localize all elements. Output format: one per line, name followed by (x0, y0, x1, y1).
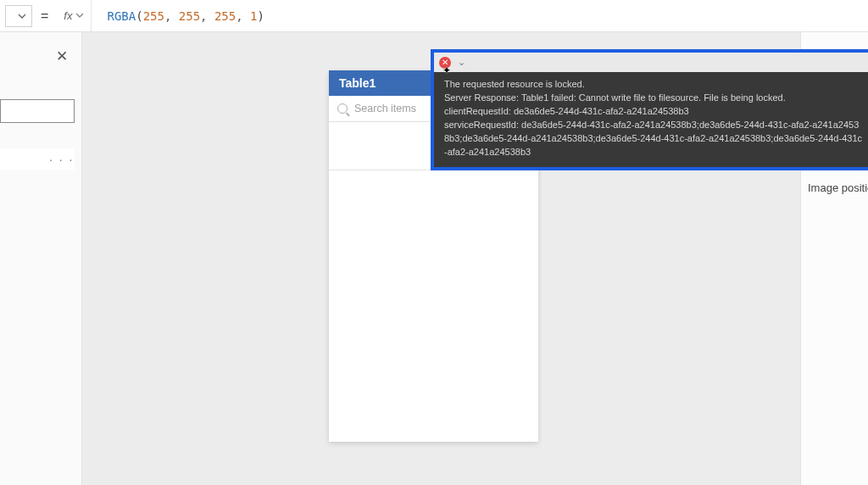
chevron-down-icon (18, 12, 26, 20)
error-tooltip: ✕ ✦ ⌄ The requested resource is locked. … (431, 49, 868, 170)
error-line: serviceRequestId: de3a6de5-244d-431c-afa… (444, 120, 862, 157)
fx-label: fx (64, 9, 72, 22)
error-tooltip-header[interactable]: ✕ ✦ ⌄ (434, 53, 868, 72)
chevron-down-icon (75, 9, 84, 22)
error-line: clientRequestId: de3a6de5-244d-431c-afa2… (444, 106, 689, 116)
preview-title: Table1 (339, 76, 376, 90)
error-tooltip-body: The requested resource is locked. Server… (434, 72, 868, 167)
workspace: ✕ · · · Table1 Search items 〉 ✕ ✦ ⌄ (0, 32, 868, 485)
more-icon[interactable]: · · · (49, 153, 74, 166)
error-line: The requested resource is locked. (444, 79, 585, 89)
close-icon[interactable]: ✕ (56, 47, 68, 65)
property-image-position[interactable]: Image position (808, 181, 868, 194)
error-icon: ✕ ✦ (439, 57, 451, 69)
property-selector[interactable] (5, 5, 32, 27)
error-line: Server Response: Table1 failed: Cannot w… (444, 92, 786, 103)
search-placeholder: Search items (354, 103, 416, 114)
formula-input[interactable]: RGBA(255, 255, 255, 1) (92, 9, 264, 23)
canvas[interactable]: Table1 Search items 〉 ✕ ✦ ⌄ The requeste… (82, 32, 800, 485)
tree-search-input[interactable] (0, 99, 75, 123)
formula-bar: = fx RGBA(255, 255, 255, 1) (0, 0, 868, 32)
fx-button[interactable]: fx (57, 0, 92, 31)
left-panel: ✕ · · · (0, 32, 82, 485)
chevron-down-icon[interactable]: ⌄ (458, 57, 465, 68)
cursor-icon: ✦ (442, 65, 451, 75)
search-icon (337, 103, 348, 114)
equals-label: = (32, 8, 57, 24)
